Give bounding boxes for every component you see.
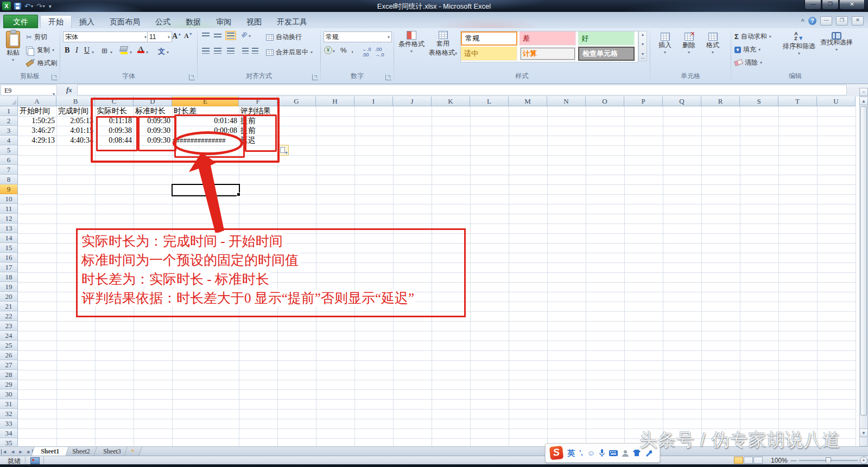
cell-r4c1[interactable]: 4:29:13 (18, 136, 56, 145)
row-header-6[interactable]: 6 (0, 155, 18, 165)
page-break-view-button[interactable] (753, 457, 763, 464)
tab-视图[interactable]: 视图 (239, 16, 269, 28)
paste-button[interactable]: 粘贴▾ (3, 31, 23, 62)
grow-font-button[interactable]: A▲ (172, 32, 181, 41)
sheet-tab-Sheet1[interactable]: Sheet1 (31, 447, 69, 456)
row-header-34[interactable]: 34 (0, 428, 18, 438)
column-header-S[interactable]: S (740, 97, 778, 106)
column-header-L[interactable]: L (470, 97, 509, 106)
row-header-20[interactable]: 20 (0, 292, 18, 302)
cell-style-常规[interactable]: 常规 (461, 31, 517, 46)
align-top-button[interactable] (202, 33, 210, 37)
find-select-button[interactable]: 查找和选择▾ (818, 31, 855, 52)
row-header-33[interactable]: 33 (0, 419, 18, 428)
vertical-scroll-thumb[interactable] (860, 106, 867, 415)
column-header-G[interactable]: G (277, 97, 316, 106)
insert-cells-button[interactable]: 插入▾ (655, 33, 675, 55)
column-header-J[interactable]: J (393, 97, 432, 106)
select-all-corner[interactable] (0, 97, 18, 106)
row-header-10[interactable]: 10 (0, 194, 18, 204)
next-sheet-icon[interactable]: ► (18, 449, 23, 455)
tab-开发工具[interactable]: 开发工具 (269, 16, 315, 28)
row-header-17[interactable]: 17 (0, 263, 18, 272)
row-header-1[interactable]: 1 (0, 106, 18, 116)
phonetic-guide-button[interactable]: 文 (158, 47, 165, 56)
row-header-26[interactable]: 26 (0, 350, 18, 360)
number-dialog-launcher[interactable] (385, 74, 391, 80)
row-header-3[interactable]: 3 (0, 126, 18, 136)
ime-language-indicator[interactable]: 英 (567, 449, 575, 457)
row-header-5[interactable]: 5 (0, 145, 18, 155)
row-header-23[interactable]: 23 (0, 321, 18, 331)
close-button[interactable]: ✕ (839, 0, 865, 10)
cell-r2c1[interactable]: 1:50:25 (18, 116, 56, 126)
cell-style-差[interactable]: 差 (519, 31, 576, 46)
zoom-level[interactable]: 100% (771, 457, 788, 464)
zoom-slider-thumb[interactable] (826, 457, 831, 464)
bold-button[interactable]: B (65, 46, 69, 55)
align-left-button[interactable] (202, 48, 210, 54)
row-header-4[interactable]: 4 (0, 136, 18, 145)
tab-公式[interactable]: 公式 (148, 16, 178, 28)
font-color-button[interactable]: A (137, 45, 144, 53)
number-format-select[interactable]: 常规▾ (324, 31, 392, 42)
column-header-N[interactable]: N (547, 97, 586, 106)
cut-button[interactable]: ✂剪切 (26, 33, 47, 42)
alignment-dialog-launcher[interactable] (312, 74, 318, 80)
comma-style-button[interactable]: , (351, 44, 353, 54)
wrap-text-button[interactable]: 自动换行 (266, 33, 302, 42)
align-right-button[interactable] (227, 48, 235, 54)
cell-r3c2[interactable]: 4:01:15 (56, 126, 95, 136)
row-header-32[interactable]: 32 (0, 409, 18, 419)
restore-button[interactable]: ❐ (822, 0, 839, 10)
row-header-7[interactable]: 7 (0, 165, 18, 175)
ime-user-icon[interactable] (622, 450, 629, 457)
row-header-2[interactable]: 2 (0, 116, 18, 126)
row-header-29[interactable]: 29 (0, 380, 18, 389)
doc-minimize-button[interactable]: — (820, 16, 832, 25)
scroll-down-button[interactable]: ▼ (859, 428, 868, 437)
scroll-up-button[interactable]: ▲ (859, 97, 868, 105)
underline-button[interactable]: U (84, 46, 90, 55)
help-icon[interactable]: ? (808, 17, 816, 25)
column-header-I[interactable]: I (354, 97, 393, 106)
row-header-24[interactable]: 24 (0, 331, 18, 341)
percent-style-button[interactable]: % (340, 46, 347, 54)
row-header-18[interactable]: 18 (0, 272, 18, 282)
doc-restore-button[interactable]: ❐ (836, 16, 848, 25)
ime-emoji-icon[interactable]: ☺ (587, 449, 595, 457)
shrink-font-button[interactable]: A▼ (184, 32, 193, 40)
gallery-up-icon[interactable]: ▲ (641, 33, 645, 36)
borders-button[interactable]: ⊞ (102, 47, 107, 55)
formula-input[interactable] (77, 85, 847, 95)
column-header-A[interactable]: A (18, 97, 56, 106)
sort-filter-button[interactable]: AZ▼ 排序和筛选▾ (781, 31, 817, 56)
macro-record-icon[interactable] (30, 457, 40, 464)
row-header-35[interactable]: 35 (0, 438, 18, 446)
cell-header-完成时间[interactable]: 完成时间 (56, 106, 95, 116)
align-middle-button[interactable] (214, 34, 221, 37)
conditional-formatting-button[interactable]: 条件格式▾ (397, 31, 426, 54)
column-header-T[interactable]: T (778, 97, 817, 106)
decrease-decimal-button[interactable]: .00→.0 (375, 47, 384, 57)
cell-r2c2[interactable]: 2:05:13 (56, 116, 95, 126)
zoom-out-button[interactable]: — (790, 458, 797, 463)
doc-close-button[interactable]: ✕ (852, 16, 864, 25)
gallery-down-icon[interactable]: ▼ (641, 42, 645, 46)
font-dialog-launcher[interactable] (189, 74, 195, 80)
column-header-U[interactable]: U (817, 97, 856, 106)
row-header-28[interactable]: 28 (0, 370, 18, 380)
ime-punctuation-icon[interactable]: ’, (579, 450, 583, 456)
ime-mic-icon[interactable] (599, 449, 605, 457)
decrease-indent-button[interactable] (242, 48, 249, 54)
column-header-B[interactable]: B (56, 97, 95, 106)
fill-color-button[interactable] (120, 46, 128, 54)
tab-页面布局[interactable]: 页面布局 (102, 16, 148, 28)
row-header-27[interactable]: 27 (0, 360, 18, 370)
autosum-button[interactable]: Σ自动求和▾ (734, 32, 771, 41)
row-header-14[interactable]: 14 (0, 233, 18, 243)
font-size-select[interactable]: 11▾ (147, 31, 172, 42)
align-center-button[interactable] (214, 48, 221, 54)
row-header-25[interactable]: 25 (0, 341, 18, 350)
accounting-format-button[interactable]: ¥ (324, 46, 332, 54)
